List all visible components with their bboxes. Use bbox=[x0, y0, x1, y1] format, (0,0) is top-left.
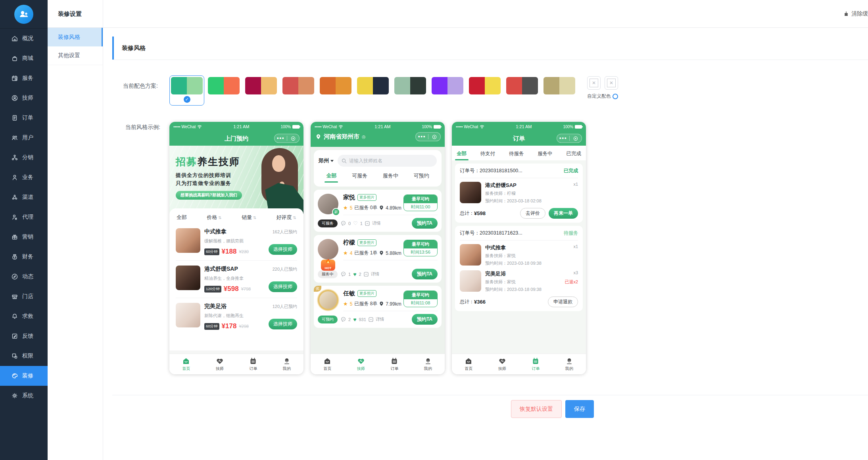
order-item: 港式舒缓SAPx1 服务技师：柠檬 预约时间：2023-03-18 02:08 bbox=[460, 182, 578, 204]
color-scheme-option[interactable] bbox=[543, 77, 575, 94]
earliest-time: 时间11:00 bbox=[404, 203, 437, 211]
color-scheme-option[interactable] bbox=[245, 77, 277, 94]
star-count: 5 bbox=[350, 205, 353, 211]
order-item-qty: x1 bbox=[573, 244, 578, 251]
service-name: 港式舒缓SAP bbox=[204, 266, 262, 273]
sidebar-item-finance[interactable]: 财务 bbox=[0, 247, 48, 267]
finance-icon bbox=[11, 253, 18, 260]
sidebar-item-marketing[interactable]: 营销 bbox=[0, 227, 48, 247]
hot-badge: HOT bbox=[321, 260, 335, 271]
news-icon bbox=[11, 273, 18, 280]
sidebar-item-order[interactable]: 订单 bbox=[0, 108, 48, 128]
time-label: 1:21 AM bbox=[202, 124, 280, 129]
person-tab-icon bbox=[283, 357, 291, 365]
choose-technician-button: 选择技师 bbox=[269, 319, 297, 329]
color-scheme-option[interactable] bbox=[208, 77, 240, 94]
technician-tabs: 全部 可服务 服务中 可预约 bbox=[319, 172, 437, 187]
selected-check-row: ✓ bbox=[171, 94, 203, 104]
swatch-left bbox=[432, 77, 447, 94]
example-label: 当前风格示例: bbox=[125, 124, 160, 131]
tab-available: 可服务 bbox=[352, 172, 367, 183]
order-item-time: 预约时间：2023-03-18 09:38 bbox=[485, 287, 542, 293]
clear-cache-label: 清除缓存 bbox=[851, 10, 868, 17]
total-label: 总计： bbox=[460, 298, 474, 305]
tab-bookable: 可预约 bbox=[414, 172, 429, 183]
battery-label: 100% bbox=[422, 125, 432, 129]
tab-bar: 首页 技师 订单 我的 bbox=[169, 354, 303, 374]
new-badge: 新 bbox=[332, 208, 340, 216]
order-number: 订单号：20230318181500... bbox=[460, 167, 522, 174]
sos-icon bbox=[11, 313, 18, 320]
sidebar-item-permission[interactable]: 权限 bbox=[0, 346, 48, 366]
sidebar-item-news[interactable]: 动态 bbox=[0, 267, 48, 287]
custom-color-radio[interactable] bbox=[613, 94, 618, 99]
sidebar-item-decoration[interactable]: 装修 bbox=[0, 366, 48, 386]
order-status: 已完成 bbox=[564, 167, 578, 174]
sidebar-item-store[interactable]: 门店 bbox=[0, 287, 48, 306]
custom-color-picker-2[interactable]: ✕ bbox=[605, 76, 618, 90]
phone-navbar: 上门预约 ●●● bbox=[169, 131, 303, 146]
swatch-right bbox=[559, 77, 575, 94]
service-photo bbox=[176, 228, 200, 253]
order-number: 订单号：20230318171623... bbox=[460, 230, 522, 237]
technician-card: HOT 柠檬 更多照片 ★4 已服务 1单 bbox=[314, 235, 442, 283]
business-icon bbox=[11, 174, 18, 181]
detail-icon bbox=[365, 221, 370, 226]
comment-icon bbox=[341, 221, 346, 226]
sidebar-item-technician[interactable]: 技师 bbox=[0, 88, 48, 108]
earliest-label: 最早可约 bbox=[404, 291, 437, 299]
tab-mine: 我的 bbox=[411, 354, 445, 374]
sidebar-item-feedback[interactable]: 反馈 bbox=[0, 326, 48, 346]
color-scheme-option[interactable] bbox=[320, 77, 351, 94]
technician-avatar bbox=[318, 290, 338, 310]
sidebar-item-distribution[interactable]: 分销 bbox=[0, 148, 48, 167]
service-original-price: ¥798 bbox=[241, 287, 251, 291]
color-scheme-option[interactable] bbox=[282, 77, 314, 94]
sidebar-item-channel[interactable]: 渠道 bbox=[0, 187, 48, 207]
sidebar-item-mall[interactable]: 商城 bbox=[0, 48, 48, 68]
home-tab-icon bbox=[465, 357, 472, 365]
sidebar-item-agent[interactable]: 代理 bbox=[0, 207, 48, 227]
sidebar-item-business[interactable]: 业务 bbox=[0, 167, 48, 187]
reset-default-button[interactable]: 恢复默认设置 bbox=[511, 400, 562, 418]
promo-banner: 招募养生技师 提供全方位的技师培训 只为打造做专业的服务 想要挑战高薪吗?那就加… bbox=[169, 146, 303, 214]
tab-mine: 我的 bbox=[270, 354, 304, 374]
tab-pending: 待服务 bbox=[509, 150, 524, 160]
custom-color-picker-1[interactable]: ✕ bbox=[587, 76, 601, 90]
sidebar-item-label: 渠道 bbox=[22, 194, 33, 201]
tab-unpaid: 待支付 bbox=[480, 150, 495, 160]
preview-phone-home: ••••• WeChat 1:21 AM 100% 上门预约 ●●● bbox=[169, 122, 303, 374]
color-scheme-option[interactable] bbox=[357, 77, 389, 94]
check-icon: ✓ bbox=[184, 96, 190, 103]
service-row: 中式推拿 缓解颈椎，腰肌劳损 60分钟 ¥188 ¥230 162人已预约 选择… bbox=[176, 223, 297, 261]
swatch-right bbox=[447, 77, 463, 94]
booked-count: 220人已预约 bbox=[273, 266, 297, 272]
sidebar-item-label: 服务 bbox=[22, 75, 33, 82]
sidebar-item-users[interactable]: 用户 bbox=[0, 128, 48, 148]
submenu-item-style[interactable]: 装修风格 bbox=[48, 28, 103, 46]
sidebar-item-service[interactable]: 服务 bbox=[0, 68, 48, 88]
submenu-item-other[interactable]: 其他设置 bbox=[48, 46, 103, 65]
color-scheme-option[interactable] bbox=[506, 77, 538, 94]
technician-icon bbox=[11, 94, 18, 102]
tab-all: 全部 bbox=[326, 172, 336, 183]
home-tab-icon bbox=[323, 357, 331, 365]
search-icon bbox=[342, 158, 347, 164]
sidebar-item-label: 系统 bbox=[22, 392, 33, 399]
tab-busy: 服务中 bbox=[383, 172, 398, 183]
color-scheme-option[interactable] bbox=[469, 77, 501, 94]
comment-count: 2 bbox=[348, 317, 351, 322]
sidebar-item-overview[interactable]: 概况 bbox=[0, 29, 48, 48]
carrier-label: ••••• WeChat bbox=[315, 125, 337, 129]
sidebar-item-sos[interactable]: 求救 bbox=[0, 306, 48, 326]
save-button[interactable]: 保存 bbox=[565, 400, 594, 418]
clear-cache-button[interactable]: 清除缓存 bbox=[843, 10, 868, 17]
capsule-target-icon bbox=[428, 135, 441, 139]
sidebar-item-system[interactable]: 系统 bbox=[0, 386, 48, 406]
sort-icon: ⇅ bbox=[253, 216, 256, 220]
phone-title: 订单 bbox=[513, 135, 525, 142]
color-scheme-option[interactable] bbox=[432, 77, 463, 94]
color-scheme-selected[interactable]: ✓ bbox=[169, 75, 204, 106]
color-scheme-option[interactable] bbox=[394, 77, 426, 94]
users-icon bbox=[11, 134, 18, 141]
